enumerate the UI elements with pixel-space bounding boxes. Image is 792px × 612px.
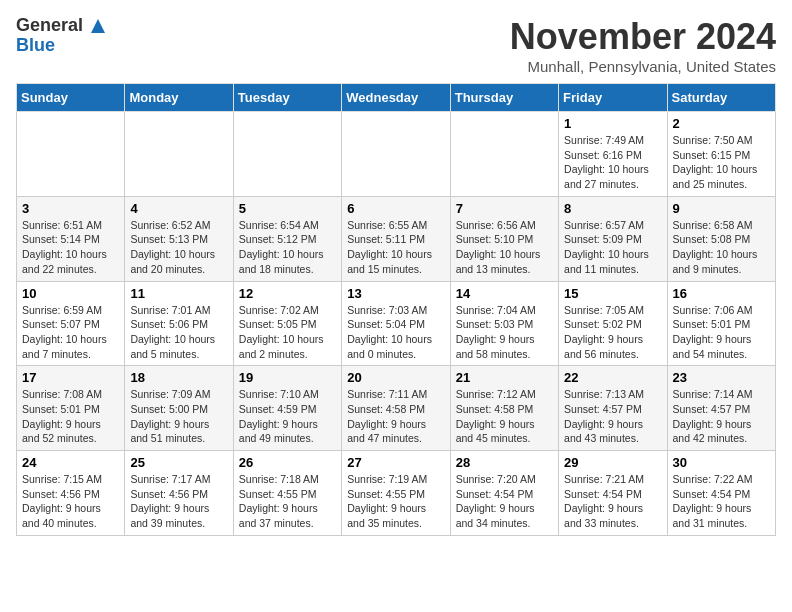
calendar-cell: 14Sunrise: 7:04 AMSunset: 5:03 PMDayligh…: [450, 281, 558, 366]
day-info: Sunrise: 7:11 AMSunset: 4:58 PMDaylight:…: [347, 387, 444, 446]
day-info: Sunrise: 7:19 AMSunset: 4:55 PMDaylight:…: [347, 472, 444, 531]
day-number: 5: [239, 201, 336, 216]
day-number: 7: [456, 201, 553, 216]
day-number: 9: [673, 201, 770, 216]
day-number: 6: [347, 201, 444, 216]
day-of-week-header: Sunday: [17, 84, 125, 112]
calendar-cell: 6Sunrise: 6:55 AMSunset: 5:11 PMDaylight…: [342, 196, 450, 281]
calendar-cell: 13Sunrise: 7:03 AMSunset: 5:04 PMDayligh…: [342, 281, 450, 366]
day-info: Sunrise: 6:56 AMSunset: 5:10 PMDaylight:…: [456, 218, 553, 277]
calendar-cell: 2Sunrise: 7:50 AMSunset: 6:15 PMDaylight…: [667, 112, 775, 197]
day-info: Sunrise: 7:17 AMSunset: 4:56 PMDaylight:…: [130, 472, 227, 531]
calendar-cell: 4Sunrise: 6:52 AMSunset: 5:13 PMDaylight…: [125, 196, 233, 281]
calendar-cell: 12Sunrise: 7:02 AMSunset: 5:05 PMDayligh…: [233, 281, 341, 366]
day-of-week-header: Saturday: [667, 84, 775, 112]
calendar-cell: 25Sunrise: 7:17 AMSunset: 4:56 PMDayligh…: [125, 451, 233, 536]
day-number: 10: [22, 286, 119, 301]
day-number: 3: [22, 201, 119, 216]
day-number: 11: [130, 286, 227, 301]
day-info: Sunrise: 6:58 AMSunset: 5:08 PMDaylight:…: [673, 218, 770, 277]
day-of-week-header: Wednesday: [342, 84, 450, 112]
day-info: Sunrise: 6:55 AMSunset: 5:11 PMDaylight:…: [347, 218, 444, 277]
calendar-cell: [450, 112, 558, 197]
day-info: Sunrise: 7:18 AMSunset: 4:55 PMDaylight:…: [239, 472, 336, 531]
calendar-cell: 1Sunrise: 7:49 AMSunset: 6:16 PMDaylight…: [559, 112, 667, 197]
page-title: November 2024: [510, 16, 776, 58]
day-info: Sunrise: 7:13 AMSunset: 4:57 PMDaylight:…: [564, 387, 661, 446]
day-number: 14: [456, 286, 553, 301]
calendar-cell: 5Sunrise: 6:54 AMSunset: 5:12 PMDaylight…: [233, 196, 341, 281]
day-info: Sunrise: 6:51 AMSunset: 5:14 PMDaylight:…: [22, 218, 119, 277]
calendar-cell: [17, 112, 125, 197]
day-number: 2: [673, 116, 770, 131]
calendar-cell: 16Sunrise: 7:06 AMSunset: 5:01 PMDayligh…: [667, 281, 775, 366]
calendar-cell: 18Sunrise: 7:09 AMSunset: 5:00 PMDayligh…: [125, 366, 233, 451]
day-info: Sunrise: 7:21 AMSunset: 4:54 PMDaylight:…: [564, 472, 661, 531]
calendar-cell: 17Sunrise: 7:08 AMSunset: 5:01 PMDayligh…: [17, 366, 125, 451]
day-info: Sunrise: 7:14 AMSunset: 4:57 PMDaylight:…: [673, 387, 770, 446]
day-number: 1: [564, 116, 661, 131]
calendar-cell: 26Sunrise: 7:18 AMSunset: 4:55 PMDayligh…: [233, 451, 341, 536]
day-of-week-header: Thursday: [450, 84, 558, 112]
day-info: Sunrise: 7:08 AMSunset: 5:01 PMDaylight:…: [22, 387, 119, 446]
day-info: Sunrise: 7:09 AMSunset: 5:00 PMDaylight:…: [130, 387, 227, 446]
calendar-cell: 10Sunrise: 6:59 AMSunset: 5:07 PMDayligh…: [17, 281, 125, 366]
day-of-week-header: Friday: [559, 84, 667, 112]
calendar-cell: [233, 112, 341, 197]
day-info: Sunrise: 7:49 AMSunset: 6:16 PMDaylight:…: [564, 133, 661, 192]
day-number: 30: [673, 455, 770, 470]
calendar-cell: 28Sunrise: 7:20 AMSunset: 4:54 PMDayligh…: [450, 451, 558, 536]
day-info: Sunrise: 7:06 AMSunset: 5:01 PMDaylight:…: [673, 303, 770, 362]
day-info: Sunrise: 6:59 AMSunset: 5:07 PMDaylight:…: [22, 303, 119, 362]
day-info: Sunrise: 7:05 AMSunset: 5:02 PMDaylight:…: [564, 303, 661, 362]
calendar-cell: 27Sunrise: 7:19 AMSunset: 4:55 PMDayligh…: [342, 451, 450, 536]
day-number: 18: [130, 370, 227, 385]
day-number: 20: [347, 370, 444, 385]
calendar-cell: 21Sunrise: 7:12 AMSunset: 4:58 PMDayligh…: [450, 366, 558, 451]
day-info: Sunrise: 7:10 AMSunset: 4:59 PMDaylight:…: [239, 387, 336, 446]
calendar-cell: 30Sunrise: 7:22 AMSunset: 4:54 PMDayligh…: [667, 451, 775, 536]
calendar-cell: 7Sunrise: 6:56 AMSunset: 5:10 PMDaylight…: [450, 196, 558, 281]
day-number: 17: [22, 370, 119, 385]
day-number: 26: [239, 455, 336, 470]
day-info: Sunrise: 7:02 AMSunset: 5:05 PMDaylight:…: [239, 303, 336, 362]
day-info: Sunrise: 6:54 AMSunset: 5:12 PMDaylight:…: [239, 218, 336, 277]
calendar-cell: 19Sunrise: 7:10 AMSunset: 4:59 PMDayligh…: [233, 366, 341, 451]
day-number: 27: [347, 455, 444, 470]
title-area: November 2024 Munhall, Pennsylvania, Uni…: [510, 16, 776, 75]
calendar-cell: 11Sunrise: 7:01 AMSunset: 5:06 PMDayligh…: [125, 281, 233, 366]
calendar-cell: 20Sunrise: 7:11 AMSunset: 4:58 PMDayligh…: [342, 366, 450, 451]
logo: General Blue: [16, 16, 107, 56]
day-number: 16: [673, 286, 770, 301]
day-number: 24: [22, 455, 119, 470]
day-number: 12: [239, 286, 336, 301]
calendar-cell: 9Sunrise: 6:58 AMSunset: 5:08 PMDaylight…: [667, 196, 775, 281]
day-number: 15: [564, 286, 661, 301]
day-info: Sunrise: 6:52 AMSunset: 5:13 PMDaylight:…: [130, 218, 227, 277]
calendar-cell: [342, 112, 450, 197]
day-number: 19: [239, 370, 336, 385]
day-info: Sunrise: 7:15 AMSunset: 4:56 PMDaylight:…: [22, 472, 119, 531]
day-number: 23: [673, 370, 770, 385]
logo-icon: [89, 17, 107, 35]
day-number: 29: [564, 455, 661, 470]
day-number: 8: [564, 201, 661, 216]
day-info: Sunrise: 7:50 AMSunset: 6:15 PMDaylight:…: [673, 133, 770, 192]
calendar-cell: 29Sunrise: 7:21 AMSunset: 4:54 PMDayligh…: [559, 451, 667, 536]
day-info: Sunrise: 7:22 AMSunset: 4:54 PMDaylight:…: [673, 472, 770, 531]
calendar-cell: 23Sunrise: 7:14 AMSunset: 4:57 PMDayligh…: [667, 366, 775, 451]
day-info: Sunrise: 6:57 AMSunset: 5:09 PMDaylight:…: [564, 218, 661, 277]
svg-marker-0: [91, 19, 105, 33]
day-number: 22: [564, 370, 661, 385]
day-info: Sunrise: 7:12 AMSunset: 4:58 PMDaylight:…: [456, 387, 553, 446]
day-number: 21: [456, 370, 553, 385]
day-number: 28: [456, 455, 553, 470]
day-number: 13: [347, 286, 444, 301]
logo-text: General: [16, 16, 107, 36]
day-of-week-header: Monday: [125, 84, 233, 112]
calendar-cell: 24Sunrise: 7:15 AMSunset: 4:56 PMDayligh…: [17, 451, 125, 536]
calendar-cell: 15Sunrise: 7:05 AMSunset: 5:02 PMDayligh…: [559, 281, 667, 366]
calendar: SundayMondayTuesdayWednesdayThursdayFrid…: [16, 83, 776, 536]
day-info: Sunrise: 7:01 AMSunset: 5:06 PMDaylight:…: [130, 303, 227, 362]
day-of-week-header: Tuesday: [233, 84, 341, 112]
